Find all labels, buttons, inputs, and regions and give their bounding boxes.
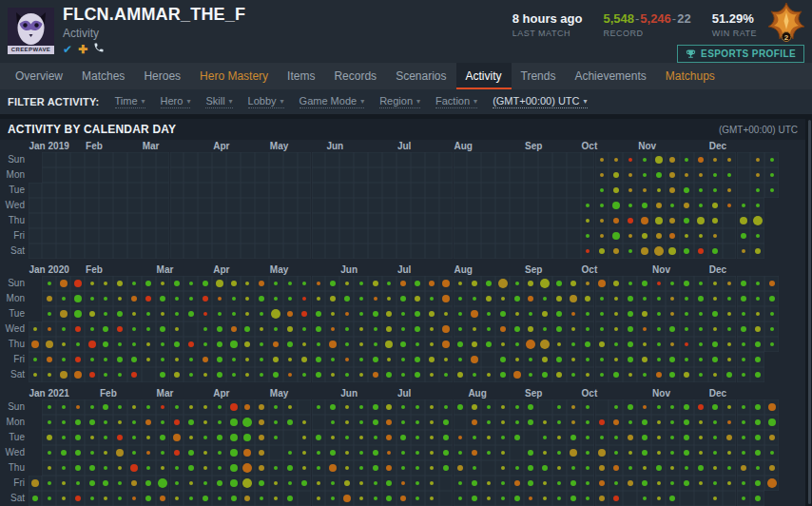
day-cell[interactable] [538,167,552,183]
day-cell[interactable] [156,228,170,243]
day-cell[interactable] [269,152,283,167]
day-cell[interactable] [764,445,779,460]
day-cell[interactable] [694,152,708,167]
day-cell[interactable] [651,430,666,445]
day-cell[interactable] [708,352,723,367]
day-cell[interactable] [85,213,99,228]
day-cell[interactable] [56,228,70,243]
day-cell[interactable] [255,198,269,213]
day-cell[interactable] [567,476,581,491]
day-cell[interactable] [29,476,43,491]
day-cell[interactable] [708,460,723,476]
day-cell[interactable] [567,198,581,213]
day-cell[interactable] [29,243,43,259]
day-cell[interactable] [156,213,170,228]
day-cell[interactable] [467,491,481,506]
day-cell[interactable] [764,306,779,321]
day-cell[interactable] [750,399,764,415]
day-cell[interactable] [368,228,382,243]
day-cell[interactable] [85,460,99,476]
day-cell[interactable] [454,352,468,367]
day-cell[interactable] [495,460,510,476]
day-cell[interactable] [581,415,595,430]
day-cell[interactable] [538,213,552,228]
day-cell[interactable] [552,152,567,167]
day-cell[interactable] [481,352,495,367]
day-cell[interactable] [298,476,312,491]
day-cell[interactable] [637,291,651,306]
day-cell[interactable] [510,460,524,476]
day-cell[interactable] [142,276,156,291]
day-cell[interactable] [325,367,339,382]
day-cell[interactable] [29,491,43,506]
day-cell[interactable] [567,430,581,445]
day-cell[interactable] [454,276,468,291]
day-cell[interactable] [609,399,623,415]
day-cell[interactable] [694,367,708,382]
day-cell[interactable] [226,276,241,291]
day-cell[interactable] [170,476,184,491]
day-cell[interactable] [538,152,552,167]
day-cell[interactable] [85,491,99,506]
day-cell[interactable] [567,491,581,506]
day-cell[interactable] [750,152,764,167]
day-cell[interactable] [467,476,481,491]
day-cell[interactable] [325,460,339,476]
day-cell[interactable] [339,476,354,491]
day-cell[interactable] [382,198,396,213]
day-cell[interactable] [354,198,368,213]
day-cell[interactable] [142,228,156,243]
day-cell[interactable] [255,430,269,445]
day-cell[interactable] [127,337,142,352]
day-cell[interactable] [156,291,170,306]
day-cell[interactable] [241,243,255,259]
day-cell[interactable] [454,415,468,430]
day-cell[interactable] [454,430,468,445]
day-cell[interactable] [552,367,567,382]
day-cell[interactable] [396,352,411,367]
day-cell[interactable] [339,183,354,198]
day-cell[interactable] [269,243,283,259]
day-cell[interactable] [666,291,680,306]
day-cell[interactable] [56,352,70,367]
day-cell[interactable] [56,243,70,259]
day-cell[interactable] [198,291,212,306]
day-cell[interactable] [651,445,666,460]
day-cell[interactable] [454,183,468,198]
day-cell[interactable] [70,198,85,213]
day-cell[interactable] [694,430,708,445]
day-cell[interactable] [552,415,567,430]
day-cell[interactable] [325,198,339,213]
day-cell[interactable] [56,476,70,491]
day-cell[interactable] [764,399,779,415]
day-cell[interactable] [312,306,326,321]
day-cell[interactable] [666,321,680,337]
day-cell[interactable] [142,430,156,445]
day-cell[interactable] [127,167,142,183]
day-cell[interactable] [581,306,595,321]
day-cell[interactable] [467,276,481,291]
day-cell[interactable] [325,445,339,460]
day-cell[interactable] [184,213,198,228]
day-cell[interactable] [595,476,609,491]
day-cell[interactable] [255,399,269,415]
day-cell[interactable] [198,399,212,415]
day-cell[interactable] [595,321,609,337]
day-cell[interactable] [382,276,396,291]
day-cell[interactable] [339,306,354,321]
day-cell[interactable] [694,276,708,291]
day-cell[interactable] [113,291,127,306]
day-cell[interactable] [312,183,326,198]
day-cell[interactable] [170,198,184,213]
day-cell[interactable] [595,337,609,352]
day-cell[interactable] [127,198,142,213]
day-cell[interactable] [339,321,354,337]
day-cell[interactable] [354,460,368,476]
day-cell[interactable] [85,399,99,415]
day-cell[interactable] [425,183,439,198]
day-cell[interactable] [737,367,751,382]
day-cell[interactable] [269,276,283,291]
day-cell[interactable] [538,460,552,476]
day-cell[interactable] [552,291,567,306]
day-cell[interactable] [212,430,226,445]
